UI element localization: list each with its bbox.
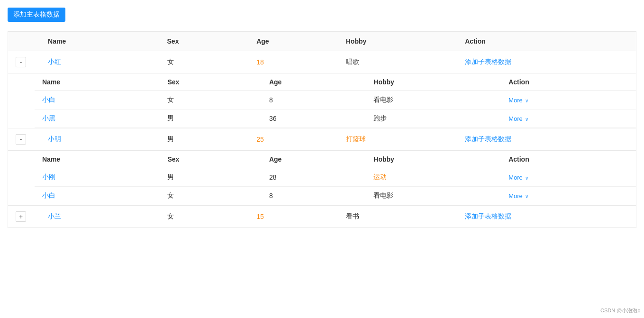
child-header-sex: Sex [160,73,262,91]
table-row: - 小明 男 25 打篮球 添加子表格数据 [8,128,636,151]
more-link[interactable]: More ∨ [508,97,528,104]
more-link[interactable]: More ∨ [508,174,528,181]
child-header-age: Age [262,73,366,91]
child-table-cell: Name Sex Age Hobby Action 小白 女 8 [8,73,636,128]
header-sex: Sex [160,32,249,51]
child-age: 8 [262,91,366,109]
child-sex: 女 [160,187,262,205]
child-action[interactable]: More ∨ [501,168,636,187]
action-cell[interactable]: 添加子表格数据 [457,51,636,73]
main-table-header-row: Name Sex Age Hobby Action [8,32,636,51]
table-row: + 小兰 女 15 看书 添加子表格数据 [8,206,636,228]
name-cell: 小兰 [40,206,159,228]
add-child-link[interactable]: 添加子表格数据 [465,135,511,143]
child-sex: 女 [160,91,262,109]
child-header-hobby: Hobby [366,73,501,91]
chevron-down-icon: ∨ [525,175,528,181]
child-header-age: Age [262,151,366,168]
child-header-name: Name [35,151,160,168]
child-header-row: Name Sex Age Hobby Action [35,73,636,91]
add-main-data-button[interactable]: 添加主表格数据 [8,8,65,22]
child-age: 8 [262,187,366,205]
more-link[interactable]: More ∨ [508,192,528,200]
child-table-row: 小白 女 8 看电影 More ∨ [35,187,636,205]
name-cell: 小明 [40,128,159,151]
more-link[interactable]: More ∨ [508,115,528,122]
age-cell: 18 [249,51,338,73]
child-table-wrapper: Name Sex Age Hobby Action 小白 女 8 [8,73,636,128]
child-header-name: Name [35,73,160,91]
header-action: Action [457,32,636,51]
hobby-cell: 唱歌 [338,51,457,73]
chevron-down-icon: ∨ [525,194,528,199]
child-table-row: 小黑 男 36 跑步 More ∨ [35,109,636,128]
age-cell: 25 [249,128,338,151]
expand-button[interactable]: + [16,211,26,222]
child-sex: 男 [160,168,262,187]
age-cell: 15 [249,206,338,228]
child-table-row: 小白 女 8 看电影 More ∨ [35,91,636,109]
toggle-cell[interactable]: + [8,206,41,228]
hobby-cell: 看书 [338,206,457,228]
chevron-down-icon: ∨ [525,117,528,122]
collapse-button[interactable]: - [16,57,26,67]
child-header-sex: Sex [160,151,262,168]
child-table-row: Name Sex Age Hobby Action 小白 女 8 [8,73,636,128]
child-name: 小刚 [35,168,160,187]
toggle-cell[interactable]: - [8,128,41,151]
child-hobby: 跑步 [366,109,501,128]
child-action[interactable]: More ∨ [501,109,636,128]
sex-cell: 女 [160,206,249,228]
header-hobby: Hobby [338,32,457,51]
child-hobby: 看电影 [366,91,501,109]
action-cell[interactable]: 添加子表格数据 [457,206,636,228]
child-sex: 男 [160,109,262,128]
toggle-cell[interactable]: - [8,51,41,73]
child-table: Name Sex Age Hobby Action 小白 女 8 [35,73,636,128]
header-name: Name [40,32,159,51]
child-header-hobby: Hobby [366,151,501,168]
action-cell[interactable]: 添加子表格数据 [457,128,636,151]
header-toggle-col [8,32,41,51]
child-header-row: Name Sex Age Hobby Action [35,151,636,168]
name-value: 小红 [48,58,61,65]
chevron-down-icon: ∨ [525,98,528,103]
child-action[interactable]: More ∨ [501,91,636,109]
name-value: 小兰 [48,212,61,220]
child-header-action: Action [501,151,636,168]
add-child-link[interactable]: 添加子表格数据 [465,58,511,65]
child-hobby: 看电影 [366,187,501,205]
table-row: - 小红 女 18 唱歌 添加子表格数据 [8,51,636,73]
child-age: 28 [262,168,366,187]
header-age: Age [249,32,338,51]
child-action[interactable]: More ∨ [501,187,636,205]
child-age: 36 [262,109,366,128]
child-hobby: 运动 [366,168,501,187]
name-value: 小明 [48,135,61,143]
name-cell: 小红 [40,51,159,73]
hobby-cell: 打篮球 [338,128,457,151]
child-table-row: Name Sex Age Hobby Action 小刚 男 2 [8,151,636,206]
main-table: Name Sex Age Hobby Action - 小红 女 18 唱歌 添… [8,31,636,228]
child-header-action: Action [501,73,636,91]
child-name: 小黑 [35,109,160,128]
child-table-cell: Name Sex Age Hobby Action 小刚 男 2 [8,151,636,206]
add-child-link[interactable]: 添加子表格数据 [465,212,511,220]
child-table: Name Sex Age Hobby Action 小刚 男 2 [35,151,636,205]
sex-cell: 女 [160,51,249,73]
collapse-button[interactable]: - [16,134,26,145]
child-name: 小白 [35,91,160,109]
child-name: 小白 [35,187,160,205]
child-table-wrapper: Name Sex Age Hobby Action 小刚 男 2 [8,151,636,205]
sex-cell: 男 [160,128,249,151]
child-table-row: 小刚 男 28 运动 More ∨ [35,168,636,187]
